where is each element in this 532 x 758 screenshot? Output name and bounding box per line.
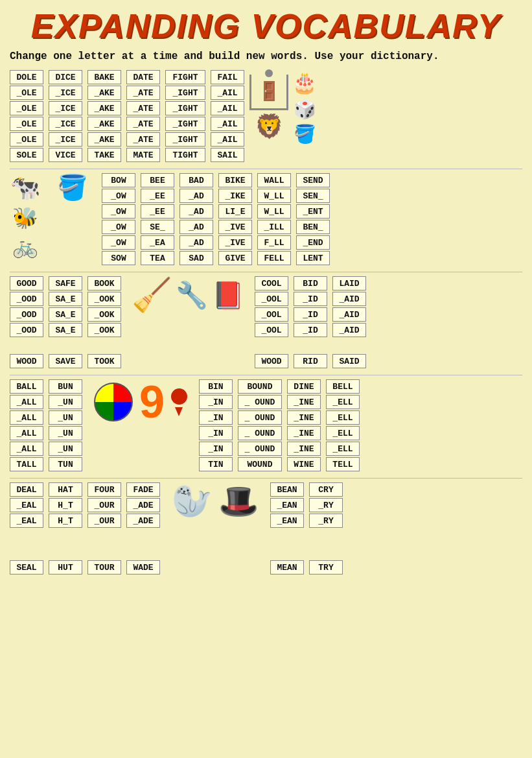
- word-box: SA_E: [49, 323, 82, 337]
- word-box: _OUR: [87, 498, 121, 512]
- word-box: _ICE: [49, 86, 82, 100]
- section2-left-images: 🐄 🐝 🚲: [10, 173, 40, 260]
- page-title: EXPANDING VOCABULARY: [10, 6, 522, 45]
- bike-icon: 🚲: [12, 234, 38, 260]
- pin-icon: [171, 388, 187, 405]
- word-box: BID: [294, 276, 327, 290]
- word-box: VICE: [49, 148, 82, 162]
- word-box: _EAL: [10, 514, 43, 528]
- word-box: _AID: [332, 292, 366, 306]
- word-box: _IGHT: [165, 101, 205, 115]
- section4: BALL _ALL _ALL _ALL _ALL TALL BUN _UN _U…: [10, 379, 522, 471]
- word-box: SE_: [141, 220, 174, 234]
- col-bake: BAKE _AKE _AKE _AKE _AKE TAKE: [87, 70, 121, 162]
- word-box: _ELL: [326, 410, 360, 425]
- col-cool: COOL _OOL _OOL _OOL WOOD: [255, 276, 288, 368]
- word-box: _AKE: [87, 132, 121, 147]
- word-box: _OOL: [255, 292, 288, 306]
- word-box: WALL: [257, 173, 291, 187]
- word-box: CRY: [309, 482, 343, 497]
- word-box: LAID: [332, 276, 366, 290]
- word-box: _ATE: [126, 132, 160, 147]
- word-box: _OOD: [10, 323, 43, 337]
- word-box: _ICE: [49, 117, 82, 131]
- hat-icon: 🎩: [218, 482, 259, 522]
- word-box: _OOK: [87, 307, 121, 322]
- word-box: _ELL: [326, 395, 360, 409]
- cow-icon: 🐄: [10, 173, 40, 203]
- col-bow: BOW _OW _OW _OW _OW SOW: [102, 173, 135, 265]
- word-box: [87, 529, 121, 543]
- word-box: MATE: [126, 148, 160, 162]
- word-box: _ADE: [126, 514, 160, 528]
- word-box: _ OUND: [238, 410, 282, 425]
- word-box: SEND: [296, 173, 330, 187]
- bucket-icon: 🪣: [294, 123, 316, 145]
- word-box: _OLE: [10, 101, 43, 115]
- word-box: [87, 338, 121, 353]
- word-box: _AID: [332, 307, 366, 322]
- word-box: [126, 545, 160, 559]
- col-fail: FAIL _AIL _AIL _AIL _AIL SAIL: [211, 70, 244, 162]
- word-box: _AID: [332, 323, 366, 337]
- word-box: SAD: [179, 251, 213, 265]
- word-box: COOL: [255, 276, 288, 290]
- word-box: SAID: [332, 354, 366, 368]
- word-box: _ELL: [326, 442, 360, 456]
- tools-icon: 🔧: [176, 280, 208, 312]
- word-box: BUN: [49, 379, 82, 394]
- word-box: _ICE: [49, 132, 82, 147]
- col-dole: DOLE _OLE _OLE _OLE _OLE SOLE: [10, 70, 43, 162]
- seal-icon: 🦭: [172, 482, 212, 522]
- section3: GOOD _OOD _OOD _OOD WOOD SAFE SA_E SA_E …: [10, 276, 522, 368]
- col-ball: BALL _ALL _ALL _ALL _ALL TALL: [10, 379, 43, 471]
- word-box: _IVE: [218, 220, 252, 234]
- col-book: BOOK _OOK _OOK _OOK TOOK: [87, 276, 121, 368]
- section4-images: 9: [94, 379, 187, 425]
- col-laid: LAID _AID _AID _AID SAID: [332, 276, 366, 368]
- word-box: SAIL: [211, 148, 244, 162]
- book-icon: 📕: [212, 280, 244, 312]
- word-box: FELL: [257, 251, 291, 265]
- word-box: _EA: [141, 235, 174, 250]
- word-box: _AIL: [211, 86, 244, 100]
- word-box: _EAN: [270, 514, 304, 528]
- col-dine: DINE _INE _INE _INE _INE WINE: [287, 379, 321, 471]
- word-box: _INE: [287, 426, 321, 440]
- word-box: BELL: [326, 379, 360, 394]
- word-box: _RY: [309, 498, 343, 512]
- word-box: _EE: [141, 204, 174, 219]
- word-box: _AKE: [87, 117, 121, 131]
- word-box: _IKE: [218, 189, 252, 203]
- word-box: BOOK: [87, 276, 121, 290]
- word-box: BEN_: [296, 220, 330, 234]
- word-box: _IVE: [218, 235, 252, 250]
- word-box: _OW: [102, 189, 135, 203]
- word-box: MEAN: [270, 560, 304, 574]
- word-box: W_LL: [257, 204, 291, 219]
- bee-icon: 🐝: [12, 206, 38, 231]
- col-bid: BID _ID _ID _ID RID: [294, 276, 327, 368]
- word-box: [255, 338, 288, 353]
- word-box: _IGHT: [165, 117, 205, 131]
- word-box: FADE: [126, 482, 160, 497]
- word-box: FIGHT: [165, 70, 205, 84]
- word-box: [49, 545, 82, 559]
- word-box: _OW: [102, 204, 135, 219]
- word-box: WOOD: [10, 354, 43, 368]
- word-box: WOUND: [238, 457, 282, 471]
- word-box: BAD: [179, 173, 213, 187]
- word-box: SAVE: [49, 354, 82, 368]
- word-box: _IGHT: [165, 132, 205, 147]
- word-box: _ALL: [10, 395, 43, 409]
- section1: DOLE _OLE _OLE _OLE _OLE SOLE DICE _ICE …: [10, 70, 522, 162]
- word-box: [10, 529, 43, 543]
- col-safe: SAFE SA_E SA_E SA_E SAVE: [49, 276, 82, 368]
- word-box: _OUR: [87, 514, 121, 528]
- subtitle: Change one letter at a time and build ne…: [10, 51, 522, 62]
- word-box: _ALL: [10, 442, 43, 456]
- col-send: SEND SEN_ _ENT BEN_ _END LENT: [296, 173, 330, 265]
- person-icon: 🧹: [132, 276, 172, 316]
- divider3: [10, 375, 522, 375]
- divider2: [10, 272, 522, 272]
